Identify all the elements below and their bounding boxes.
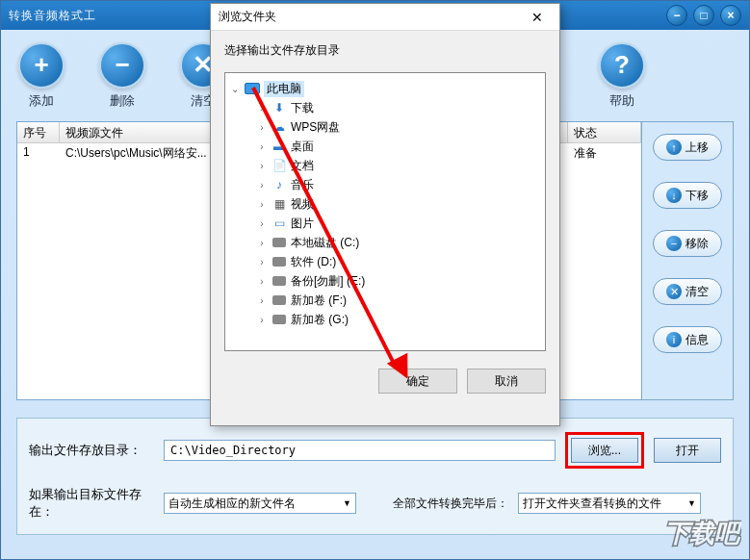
tree-label: 新加卷 (G:) (291, 312, 349, 328)
expand-icon[interactable]: › (256, 315, 268, 325)
app-title: 转换音频格式工 (9, 8, 96, 24)
tree-item[interactable]: ›本地磁盘 (C:) (229, 233, 541, 252)
tree-label: 备份[勿删] (E:) (291, 273, 365, 290)
minus-icon: − (666, 236, 682, 251)
expand-icon[interactable]: › (256, 122, 268, 133)
tree-label: 此电脑 (264, 81, 304, 97)
dialog-close-button[interactable]: ✕ (523, 8, 552, 27)
tree-label: 图片 (291, 216, 314, 232)
expand-icon[interactable]: › (256, 218, 268, 229)
tree-label: 文档 (291, 158, 314, 174)
chevron-down-icon: ▼ (687, 498, 696, 508)
tree-label: 软件 (D:) (291, 254, 336, 270)
tree-label: 新加卷 (F:) (291, 293, 347, 309)
disk-icon (272, 274, 287, 288)
cloud-icon: ☁ (272, 120, 287, 134)
desktop-icon: ▬ (272, 140, 287, 153)
download-icon: ⬇ (272, 101, 287, 115)
tree-label: 音乐 (291, 177, 314, 193)
expand-icon[interactable]: › (256, 276, 268, 287)
expand-icon[interactable]: › (256, 238, 268, 248)
output-dir-label: 输出文件存放目录： (29, 442, 154, 459)
svg-text:下载吧: 下载吧 (664, 519, 741, 547)
expand-icon[interactable]: › (256, 180, 268, 191)
expand-icon[interactable]: › (256, 199, 268, 210)
folder-tree[interactable]: ⌄此电脑›⬇下载›☁WPS网盘›▬桌面›📄文档›♪音乐›▦视频›▭图片›本地磁盘… (224, 72, 546, 351)
maximize-button[interactable]: □ (693, 5, 714, 26)
tree-label: 视频 (291, 196, 314, 213)
clear-list-button[interactable]: ✕清空 (653, 278, 722, 305)
tree-item[interactable]: ›⬇下载 (229, 98, 541, 117)
tree-label: 本地磁盘 (C:) (291, 235, 359, 251)
expand-icon[interactable]: ⌄ (229, 84, 241, 94)
delete-button[interactable]: − 删除 (99, 42, 145, 110)
cancel-button[interactable]: 取消 (467, 369, 546, 394)
video-icon: ▦ (272, 197, 287, 211)
question-icon: ? (599, 42, 645, 89)
ok-button[interactable]: 确定 (378, 369, 457, 394)
tree-item[interactable]: ›▦视频 (229, 194, 541, 214)
music-icon: ♪ (272, 178, 287, 191)
tree-item[interactable]: ›备份[勿删] (E:) (229, 271, 541, 291)
exist-select[interactable]: 自动生成相应的新文件名 ▼ (164, 493, 356, 514)
output-dir-input[interactable] (164, 440, 556, 461)
tree-item[interactable]: ›📄文档 (229, 156, 541, 175)
expand-icon[interactable]: › (256, 295, 268, 306)
tree-label: 桌面 (291, 139, 314, 155)
main-window: 转换音频格式工 − □ × + 添加 − 删除 ✕ 清空 ? 帮助 序号 (0, 0, 750, 560)
tree-item[interactable]: ›▭图片 (229, 214, 541, 233)
output-panel: 输出文件存放目录： 浏览... 打开 如果输出目标文件存在： 自动生成相应的新文… (16, 418, 734, 535)
info-button[interactable]: i信息 (653, 326, 722, 353)
chevron-down-icon: ▼ (343, 498, 351, 508)
add-button[interactable]: + 添加 (18, 42, 65, 110)
remove-button[interactable]: −移除 (653, 230, 722, 257)
tree-item[interactable]: ›新加卷 (G:) (229, 310, 541, 329)
disk-icon (272, 293, 287, 307)
col-seq[interactable]: 序号 (17, 122, 60, 142)
tree-label: WPS网盘 (291, 119, 340, 136)
arrow-down-icon: ↓ (666, 188, 682, 203)
dialog-title: 浏览文件夹 (219, 9, 276, 25)
disk-icon (272, 236, 287, 249)
open-button[interactable]: 打开 (654, 438, 721, 463)
tree-label: 下载 (291, 100, 314, 116)
window-controls: − □ × (666, 5, 741, 26)
pic-icon: ▭ (272, 216, 287, 230)
browse-folder-dialog: 浏览文件夹 ✕ 选择输出文件存放目录 ⌄此电脑›⬇下载›☁WPS网盘›▬桌面›📄… (210, 3, 560, 426)
expand-icon[interactable]: › (256, 161, 268, 171)
disk-icon (272, 255, 287, 268)
tree-item[interactable]: ›▬桌面 (229, 137, 541, 156)
browse-button[interactable]: 浏览... (571, 438, 638, 463)
watermark: 下载吧 (659, 509, 741, 553)
expand-icon[interactable]: › (256, 103, 268, 114)
arrow-up-icon: ↑ (666, 140, 682, 155)
expand-icon[interactable]: › (256, 257, 268, 267)
tree-item[interactable]: ›软件 (D:) (229, 252, 541, 271)
tree-root[interactable]: ⌄此电脑 (229, 79, 541, 98)
tree-item[interactable]: ›♪音乐 (229, 175, 541, 194)
plus-icon: + (18, 42, 65, 89)
minimize-button[interactable]: − (666, 5, 687, 26)
monitor-icon (245, 82, 260, 95)
tree-item[interactable]: ›新加卷 (F:) (229, 291, 541, 310)
side-panel: ↑上移 ↓下移 −移除 ✕清空 i信息 (641, 122, 733, 399)
col-status[interactable]: 状态 (568, 122, 641, 142)
info-icon: i (666, 332, 682, 347)
tree-item[interactable]: ›☁WPS网盘 (229, 117, 541, 137)
expand-icon[interactable]: › (256, 141, 268, 152)
minus-icon: − (99, 42, 145, 89)
move-up-button[interactable]: ↑上移 (653, 134, 722, 161)
after-label: 全部文件转换完毕后： (393, 496, 508, 512)
exist-label: 如果输出目标文件存在： (29, 486, 154, 521)
doc-icon: 📄 (272, 159, 287, 172)
disk-icon (272, 313, 287, 326)
dialog-titlebar: 浏览文件夹 ✕ (211, 4, 559, 31)
help-button[interactable]: ? 帮助 (599, 42, 645, 110)
dialog-subtitle: 选择输出文件存放目录 (211, 31, 559, 66)
x-icon: ✕ (666, 284, 682, 299)
close-button[interactable]: × (720, 5, 741, 26)
browse-highlight: 浏览... (565, 432, 644, 469)
move-down-button[interactable]: ↓下移 (653, 182, 722, 209)
